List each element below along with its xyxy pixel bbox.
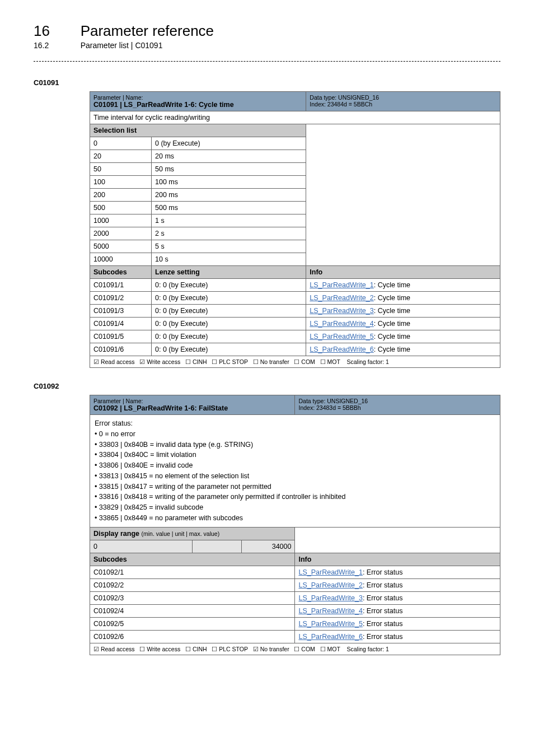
info-link[interactable]: LS_ParReadWrite_5 (310, 333, 373, 340)
display-range-header: Display range (min. value | unit | max. … (90, 527, 295, 540)
param-code-c01092: C01092 (34, 382, 500, 390)
col-subcodes: Subcodes (90, 553, 295, 566)
info-suffix: : Error status (363, 633, 403, 641)
info-link[interactable]: LS_ParReadWrite_2 (298, 581, 362, 589)
access-mot: ☐ MOT (320, 358, 340, 365)
sel-text: 100 ms (152, 176, 306, 189)
chapter-number: 16 (34, 22, 78, 40)
col-info: Info (306, 266, 500, 279)
subcode: C01091/3 (90, 305, 152, 318)
info-suffix: : Cycle time (374, 320, 410, 328)
section-number: 16.2 (34, 41, 78, 50)
info-link[interactable]: LS_ParReadWrite_2 (310, 294, 373, 302)
dr-max: 34000 (242, 540, 295, 553)
subcode: C01091/2 (90, 292, 152, 305)
desc-line: • 33803 | 0x840B = invalid data type (e.… (95, 440, 495, 450)
section-selection-list: Selection list (90, 124, 306, 137)
lenze-setting: 0: 0 (by Execute) (152, 343, 306, 356)
access-read: ☑ Read access (93, 646, 135, 652)
subcode: C01092/4 (90, 604, 295, 617)
desc: Error status: • 0 = no error • 33803 | 0… (90, 415, 500, 528)
col-lenze: Lenze setting (152, 266, 306, 279)
sel-text: 2 s (152, 227, 306, 240)
access-plc: ☐ PLC STOP (212, 646, 248, 652)
access-plc: ☐ PLC STOP (212, 358, 248, 365)
info-suffix: : Error status (363, 568, 403, 576)
info-suffix: : Cycle time (374, 346, 410, 353)
sel-text: 20 ms (152, 150, 306, 163)
sel-val: 50 (90, 163, 152, 176)
subcode: C01092/6 (90, 630, 295, 643)
display-range-label: Display range (93, 530, 139, 538)
desc-line: • 33813 | 0x8415 = no element of the sel… (95, 471, 495, 482)
desc-line: • 33815 | 0x8417 = writing of the parame… (95, 482, 495, 492)
dr-min: 0 (90, 540, 193, 553)
info-link[interactable]: LS_ParReadWrite_5 (298, 620, 362, 628)
sel-val: 500 (90, 202, 152, 214)
desc-line: • 0 = no error (95, 429, 495, 440)
access-scale: Scaling factor: 1 (347, 646, 389, 652)
access-cinh: ☐ CINH (185, 646, 207, 652)
access-row: ☑ Read access ☑ Write access ☐ CINH ☐ PL… (90, 356, 500, 368)
sel-text: 5 s (152, 240, 306, 253)
access-notransfer: ☑ No transfer (253, 646, 289, 652)
lenze-setting: 0: 0 (by Execute) (152, 305, 306, 318)
lenze-setting: 0: 0 (by Execute) (152, 292, 306, 305)
access-row: ☑ Read access ☐ Write access ☐ CINH ☐ PL… (90, 643, 500, 655)
subcode: C01091/6 (90, 343, 152, 356)
section-title: Parameter list | C01091 (81, 41, 163, 50)
hdr-datatype: Data type: UNSIGNED_16 (310, 94, 496, 101)
subcode: C01091/1 (90, 279, 152, 292)
empty-cell (306, 137, 500, 266)
info-link[interactable]: LS_ParReadWrite_6 (310, 346, 373, 353)
table-c01091: Parameter | Name: C01091 | LS_ParReadWri… (90, 91, 500, 368)
subcode: C01092/3 (90, 591, 295, 604)
info-link[interactable]: LS_ParReadWrite_1 (310, 281, 373, 289)
access-read: ☑ Read access (93, 358, 135, 365)
param-block-c01092: Parameter | Name: C01092 | LS_ParReadWri… (90, 395, 500, 655)
info-suffix: : Error status (363, 594, 403, 602)
info-link[interactable]: LS_ParReadWrite_6 (298, 633, 362, 641)
access-scale: Scaling factor: 1 (347, 358, 389, 365)
subcode: C01091/4 (90, 318, 152, 330)
info-suffix: : Cycle time (374, 333, 410, 340)
access-write: ☐ Write access (139, 646, 180, 652)
sel-val: 2000 (90, 227, 152, 240)
info-link[interactable]: LS_ParReadWrite_3 (298, 594, 362, 602)
info-suffix: : Error status (363, 581, 403, 589)
sel-text: 200 ms (152, 189, 306, 202)
subcode: C01091/5 (90, 330, 152, 343)
desc-line: • 33865 | 0x8449 = no parameter with sub… (95, 513, 495, 524)
info-suffix: : Cycle time (374, 281, 410, 289)
hdr-index: Index: 23483d = 5BBBh (298, 404, 496, 411)
col-info: Info (295, 553, 500, 566)
subcode: C01092/1 (90, 566, 295, 578)
table-c01092: Parameter | Name: C01092 | LS_ParReadWri… (90, 395, 500, 655)
lenze-setting: 0: 0 (by Execute) (152, 330, 306, 343)
desc: Time interval for cyclic reading/writing (90, 111, 500, 124)
info-link[interactable]: LS_ParReadWrite_3 (310, 307, 373, 315)
sel-text: 1 s (152, 214, 306, 227)
info-link[interactable]: LS_ParReadWrite_4 (310, 320, 373, 328)
info-suffix: : Error status (363, 620, 403, 628)
sel-text: 50 ms (152, 163, 306, 176)
access-notransfer: ☐ No transfer (253, 358, 289, 365)
sel-val: 20 (90, 150, 152, 163)
info-suffix: : Cycle time (374, 307, 410, 315)
lenze-setting: 0: 0 (by Execute) (152, 318, 306, 330)
empty-cell (306, 124, 500, 137)
sel-val: 100 (90, 176, 152, 189)
info-suffix: : Error status (363, 607, 403, 615)
empty-cell (295, 527, 500, 540)
sel-text: 10 s (152, 253, 306, 266)
info-suffix: : Cycle time (374, 294, 410, 302)
desc-line: • 33806 | 0x840E = invalid code (95, 460, 495, 471)
subcode: C01092/5 (90, 617, 295, 630)
hdr-datatype: Data type: UNSIGNED_16 (298, 398, 496, 404)
info-link[interactable]: LS_ParReadWrite_4 (298, 607, 362, 615)
hdr-label: Parameter | Name: (93, 398, 291, 404)
desc-line: • 33804 | 0x840C = limit violation (95, 450, 495, 460)
subcode: C01092/2 (90, 578, 295, 591)
desc-line: Error status: (95, 418, 495, 429)
info-link[interactable]: LS_ParReadWrite_1 (298, 568, 362, 576)
